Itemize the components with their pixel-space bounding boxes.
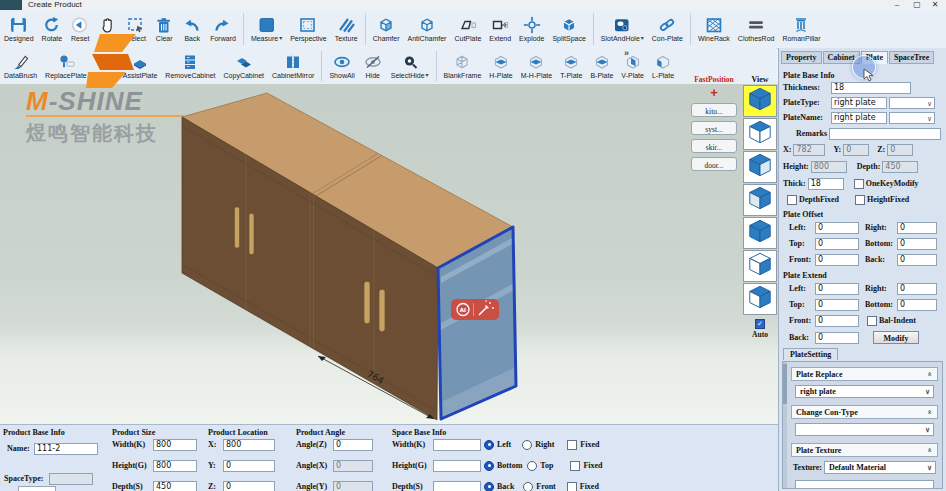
collapse-icon[interactable]: «: [926, 448, 936, 453]
space-depth-field[interactable]: [433, 481, 481, 491]
platetype-value-field[interactable]: [831, 97, 887, 109]
viewport-3d[interactable]: M-SHINE 煜鸣智能科技: [0, 84, 778, 424]
toolbar-button-splitspace[interactable]: SplitSpace: [548, 10, 589, 48]
loc-x-field[interactable]: [223, 439, 275, 451]
chevron-down-icon[interactable]: ▾: [279, 34, 282, 43]
radio-bottom[interactable]: [484, 461, 494, 471]
tab-property[interactable]: Property: [781, 51, 822, 64]
loc-z-field[interactable]: [223, 481, 275, 491]
toolbar-button-l-plate[interactable]: L-Plate: [648, 48, 678, 84]
fastposition-button-door[interactable]: door...: [691, 157, 737, 171]
tab-cabinet[interactable]: Cabinet: [823, 51, 860, 64]
toolbar-overflow-chevron-icon[interactable]: »: [624, 48, 629, 58]
heightfixed-checkbox[interactable]: [855, 195, 865, 205]
toolbar-button-extend[interactable]: Extend: [485, 10, 515, 48]
change-contype-dropdown[interactable]: ∨: [795, 423, 934, 436]
space-depth-fixed-checkbox[interactable]: [567, 482, 577, 491]
toolbar-button-v-plate[interactable]: V-Plate: [617, 48, 648, 84]
tab-spacetree[interactable]: SpaceTree: [889, 51, 934, 64]
angle-z-field[interactable]: [333, 439, 373, 451]
radio-back[interactable]: [484, 482, 494, 491]
modify-button[interactable]: Modify: [873, 331, 919, 344]
toolbar-button-measure[interactable]: Measure▾: [247, 10, 286, 48]
toolbar-button-b-plate[interactable]: B-Plate: [586, 48, 617, 84]
plate-replace-dropdown[interactable]: right plate∨: [795, 385, 934, 398]
platesetting-tab[interactable]: PlateSetting: [783, 348, 838, 360]
radio-right[interactable]: [522, 440, 532, 450]
view-cube-top-button[interactable]: [743, 118, 777, 150]
extend-right-field[interactable]: [897, 283, 937, 295]
chevron-down-icon[interactable]: ▾: [641, 34, 644, 43]
platename-value-field[interactable]: [831, 112, 887, 124]
space-height-fixed-checkbox[interactable]: [570, 461, 580, 471]
texture-dropdown[interactable]: Default Material∨: [824, 461, 936, 474]
radio-top[interactable]: [527, 461, 537, 471]
toolbar-button-showall[interactable]: ShowAll: [325, 48, 358, 84]
toolbar-button-databrush[interactable]: DataBrush: [0, 48, 41, 84]
remarks-field[interactable]: [829, 128, 941, 140]
offset-bottom-field[interactable]: [897, 238, 937, 250]
offset-right-field[interactable]: [897, 222, 937, 234]
toolbar-button-hide[interactable]: Hide: [359, 48, 387, 84]
minimize-button[interactable]: –: [888, 0, 906, 10]
toolbar-button-m-h-plate[interactable]: M-H-Plate: [517, 48, 557, 84]
fastposition-button-syst[interactable]: syst...: [691, 121, 737, 135]
name-field[interactable]: [34, 443, 98, 455]
toolbar-button-slotandhole[interactable]: SlotAndHole▾: [597, 10, 648, 48]
size-width-field[interactable]: [153, 439, 197, 451]
offset-top-field[interactable]: [815, 238, 859, 250]
auto-checkbox[interactable]: ✓: [755, 319, 765, 329]
partial-clipped-dropdown[interactable]: [795, 480, 934, 489]
loc-y-field[interactable]: [223, 460, 275, 472]
chevron-down-icon[interactable]: ▾: [426, 71, 429, 80]
toolbar-button-h-plate[interactable]: H-Plate: [485, 48, 516, 84]
toolbar-button-back[interactable]: Back: [178, 10, 206, 48]
space-width-fixed-checkbox[interactable]: [567, 440, 577, 450]
maximize-button[interactable]: ▢: [908, 0, 926, 10]
fastposition-add-button[interactable]: +: [707, 87, 721, 99]
toolbar-button-texture[interactable]: Texture: [331, 10, 362, 48]
toolbar-button-removecabinet[interactable]: RemoveCabinet: [161, 48, 219, 84]
toolbar-button-selecthide[interactable]: SelectHide▾: [387, 48, 433, 84]
toolbar-button-romanpillar[interactable]: RomanPillar: [778, 10, 824, 48]
size-depth-field[interactable]: [153, 481, 197, 491]
toolbar-button-clothesrod[interactable]: ClothesRod: [734, 10, 779, 48]
extend-left-field[interactable]: [815, 283, 859, 295]
extend-front-field[interactable]: [815, 315, 859, 327]
toolbar-button-t-plate[interactable]: T-Plate: [556, 48, 586, 84]
toolbar-button-perspective[interactable]: Perspective: [286, 10, 331, 48]
toolbar-button-cutplate[interactable]: CutPlate: [450, 10, 485, 48]
offset-left-field[interactable]: [815, 222, 859, 234]
offset-front-field[interactable]: [815, 254, 859, 266]
toolbar-button-winerack[interactable]: WineRack: [694, 10, 734, 48]
view-cube-solid-2-button[interactable]: [743, 217, 777, 249]
extend-back-field[interactable]: [815, 332, 859, 344]
space-height-field[interactable]: [433, 460, 481, 472]
view-cube-right-button[interactable]: [743, 250, 777, 282]
platetype-dropdown[interactable]: ∨: [889, 97, 935, 109]
toolbar-button-forward[interactable]: Forward: [206, 10, 240, 48]
view-cube-solid-button[interactable]: [743, 85, 777, 117]
bal-indent-checkbox[interactable]: [867, 316, 877, 326]
offset-back-field[interactable]: [897, 254, 937, 266]
collapse-icon[interactable]: «: [926, 410, 936, 415]
tab-plate[interactable]: Plate: [861, 51, 888, 64]
cabinet-3d-model[interactable]: 764 AI: [0, 84, 778, 424]
extend-top-field[interactable]: [815, 299, 859, 311]
view-cube-open-right-button[interactable]: [743, 151, 777, 183]
plate-texture-header[interactable]: Plate Texture«: [791, 443, 938, 457]
close-button[interactable]: ✕: [926, 0, 944, 10]
onekeymodify-checkbox[interactable]: [854, 179, 864, 189]
view-cube-open-mixed-button[interactable]: [743, 283, 777, 315]
toolbar-button-antichamfer[interactable]: AntiChamfer: [404, 10, 451, 48]
fastposition-button-kito[interactable]: kito...: [691, 103, 737, 117]
plate-replace-header[interactable]: Plate Replace«: [791, 367, 938, 381]
toolbar-button-cabinetmirror[interactable]: CabinetMirror: [268, 48, 318, 84]
radio-left[interactable]: [484, 440, 494, 450]
platesetting-scrollbar[interactable]: [783, 362, 787, 488]
toolbar-button-con-plate[interactable]: Con-Plate: [648, 10, 687, 48]
toolbar-button-chamfer[interactable]: Chamfer: [369, 10, 404, 48]
collapse-icon[interactable]: «: [926, 372, 936, 377]
thickness-field[interactable]: [831, 82, 911, 94]
thick-field[interactable]: [808, 178, 844, 190]
